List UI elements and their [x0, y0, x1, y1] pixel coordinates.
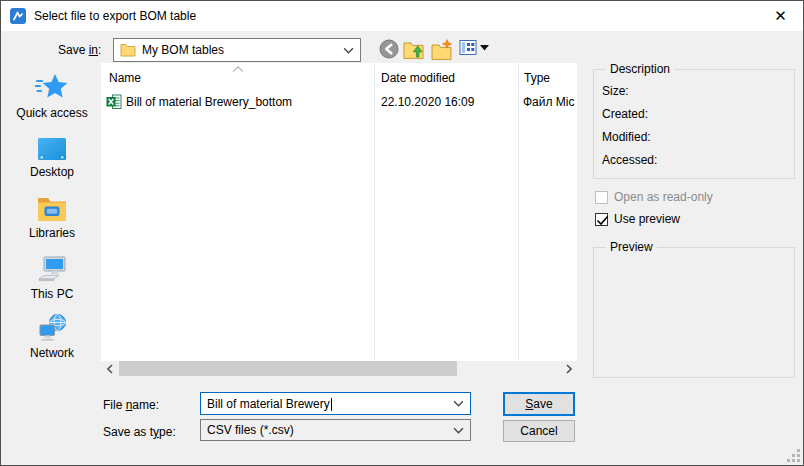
desktop-icon [36, 136, 68, 162]
sidebar-item-label: Network [3, 346, 101, 360]
save-button[interactable]: Save [503, 392, 575, 416]
folder-icon [120, 43, 136, 57]
sidebar-item-libraries[interactable]: Libraries [3, 196, 101, 240]
check-icon [596, 215, 609, 226]
preview-title: Preview [606, 240, 657, 254]
excel-file-icon [106, 94, 122, 110]
chevron-down-icon[interactable] [453, 400, 464, 407]
window-title: Select file to export BOM table [34, 9, 196, 23]
accessed-label: Accessed: [602, 153, 657, 167]
save-file-dialog: Select file to export BOM table ✕ Save i… [0, 0, 804, 466]
libraries-icon [36, 196, 68, 223]
checkbox-checked[interactable] [595, 213, 608, 226]
sidebar-item-label: Quick access [3, 106, 101, 120]
column-header-type[interactable]: Type [524, 71, 550, 85]
network-icon [36, 313, 68, 343]
save-in-combobox[interactable]: My BOM tables [113, 38, 361, 62]
file-type: Файл Mic [523, 95, 577, 109]
app-icon [10, 8, 26, 24]
size-label: Size: [602, 84, 629, 98]
save-as-type-combobox[interactable]: CSV files (*.csv) [200, 419, 471, 441]
this-pc-icon [36, 255, 68, 284]
file-date-modified: 22.10.2020 16:09 [381, 95, 474, 109]
file-list: Name Date modified Type Bill of material… [101, 63, 577, 376]
use-preview-checkbox[interactable]: Use preview [595, 212, 680, 226]
sidebar-item-label: Desktop [3, 165, 101, 179]
quick-access-icon [35, 73, 69, 103]
column-header-date-modified[interactable]: Date modified [381, 71, 455, 85]
sidebar-item-network[interactable]: Network [3, 313, 101, 360]
sidebar-item-desktop[interactable]: Desktop [3, 136, 101, 179]
scrollbar-thumb[interactable] [119, 361, 457, 376]
cancel-button[interactable]: Cancel [503, 420, 575, 442]
resize-grip[interactable] [787, 449, 801, 463]
list-header: Name Date modified Type [101, 63, 577, 91]
up-one-level-button[interactable] [403, 39, 425, 60]
chevron-down-icon[interactable] [453, 427, 464, 434]
title-bar: Select file to export BOM table ✕ [1, 1, 803, 31]
chevron-down-icon [343, 47, 354, 54]
save-as-type-label: Save as type: [103, 425, 176, 439]
file-row[interactable]: Bill of material Brewery_bottom 22.10.20… [101, 92, 577, 113]
column-header-name[interactable]: Name [109, 71, 141, 85]
current-location: My BOM tables [142, 43, 343, 57]
save-in-label: Save in: [58, 43, 101, 57]
close-button[interactable]: ✕ [758, 1, 803, 31]
text-caret [331, 398, 332, 411]
file-name-label: File name: [103, 398, 159, 412]
scroll-right-arrow[interactable] [560, 361, 577, 376]
create-new-folder-button[interactable] [431, 39, 453, 60]
view-menu-dropdown-icon[interactable] [480, 45, 489, 51]
preview-groupbox: Preview [593, 247, 795, 378]
description-groupbox: Description Size: Created: Modified: Acc… [593, 69, 795, 179]
sidebar-item-label: Libraries [3, 226, 101, 240]
horizontal-scrollbar[interactable] [101, 361, 577, 376]
scroll-left-arrow[interactable] [101, 361, 118, 376]
file-name: Bill of material Brewery_bottom [126, 95, 292, 109]
modified-label: Modified: [602, 130, 651, 144]
created-label: Created: [602, 107, 648, 121]
file-name-input[interactable]: Bill of material Brewery [200, 392, 471, 415]
sidebar-item-label: This PC [3, 287, 101, 301]
checkbox-unchecked [595, 191, 608, 204]
back-button[interactable] [379, 39, 399, 59]
view-menu-button[interactable] [459, 39, 477, 56]
sidebar-item-this-pc[interactable]: This PC [3, 255, 101, 301]
description-title: Description [606, 62, 674, 76]
places-sidebar: Quick access Desktop Libraries [3, 63, 101, 379]
open-read-only-checkbox: Open as read-only [595, 190, 713, 204]
sidebar-item-quick-access[interactable]: Quick access [3, 73, 101, 120]
